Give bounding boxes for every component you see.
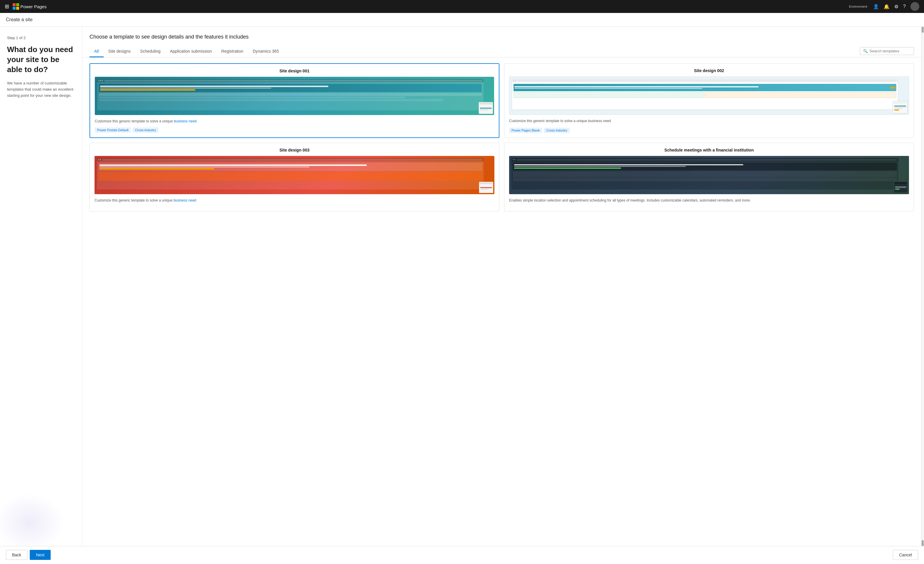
tag-cross-industry-002: Cross-Industry [544, 128, 570, 133]
page-header: Create a site [0, 13, 924, 27]
person-icon[interactable]: 👤 [873, 4, 879, 9]
template-tags-002: Power Pages Blank Cross-Industry [509, 128, 909, 133]
tab-registration[interactable]: Registration [217, 46, 248, 57]
template-preview-002 [509, 76, 909, 115]
tag-power-pages-blank: Power Pages Blank [509, 128, 542, 133]
left-sidebar: Step 1 of 2 What do you need your site t… [0, 27, 82, 546]
search-input[interactable] [870, 49, 911, 53]
template-card-schedule[interactable]: Schedule meetings with a financial insti… [504, 143, 914, 211]
sidebar-decoration [0, 493, 65, 546]
app-name: Power Pages [20, 4, 46, 9]
tab-all[interactable]: All [90, 46, 104, 57]
template-desc-schedule: Enables simple location selection and ap… [509, 198, 909, 203]
user-avatar[interactable] [910, 2, 919, 11]
bell-icon[interactable]: 🔔 [884, 4, 890, 9]
template-preview-003 [94, 156, 494, 194]
right-scrollbar[interactable] [921, 27, 924, 546]
top-navigation: ⊞ Power Pages Environment 👤 🔔 ⚙ ? [0, 0, 924, 13]
tab-scheduling[interactable]: Scheduling [135, 46, 165, 57]
tab-bar: All Site designs Scheduling Application … [82, 46, 921, 57]
template-desc-002: Customize this generic template to solve… [509, 118, 909, 124]
content-header: Choose a template to see design details … [82, 27, 921, 46]
templates-grid: Site design 001 [82, 57, 921, 546]
waffle-menu[interactable]: ⊞ [5, 3, 9, 10]
microsoft-logo: Power Pages [13, 3, 46, 10]
template-desc-001: Customize this generic template to solve… [95, 118, 494, 124]
search-icon: 🔍 [863, 49, 868, 53]
step-label: Step 1 of 2 [7, 36, 75, 40]
tag-power-portals: Power Portals Default [95, 127, 131, 133]
nav-icons: 👤 🔔 ⚙ ? [873, 2, 919, 11]
back-button[interactable]: Back [6, 550, 27, 560]
help-icon[interactable]: ? [903, 4, 906, 9]
right-content: Choose a template to see design details … [82, 27, 921, 546]
environment-selector: Environment [849, 5, 867, 8]
template-card-site-003[interactable]: Site design 003 [90, 143, 500, 211]
search-templates-container[interactable]: 🔍 [860, 47, 914, 55]
template-title-schedule: Schedule meetings with a financial insti… [509, 148, 909, 153]
template-preview-schedule [509, 156, 909, 194]
tab-site-designs[interactable]: Site designs [104, 46, 135, 57]
template-card-site-001[interactable]: Site design 001 [90, 63, 500, 138]
content-title: Choose a template to see design details … [90, 34, 914, 40]
page-title: Create a site [6, 17, 33, 22]
template-desc-003: Customize this generic template to solve… [94, 198, 494, 203]
main-layout: Step 1 of 2 What do you need your site t… [0, 27, 924, 546]
template-preview-001 [95, 77, 494, 115]
footer: Back Next Cancel [0, 546, 924, 563]
template-title-002: Site design 002 [509, 68, 909, 73]
cancel-button[interactable]: Cancel [893, 550, 918, 560]
template-tags-001: Power Portals Default Cross-Industry [95, 127, 494, 133]
scrollbar-thumb-bottom [922, 540, 924, 546]
template-title-003: Site design 003 [94, 148, 494, 153]
template-title-001: Site design 001 [95, 69, 494, 73]
tab-application-submission[interactable]: Application submission [165, 46, 216, 57]
sidebar-description: We have a number of customizable templat… [7, 80, 75, 99]
scrollbar-thumb-top [922, 27, 924, 33]
next-button[interactable]: Next [30, 550, 51, 560]
template-card-site-002[interactable]: Site design 002 [504, 63, 914, 138]
sidebar-heading: What do you need your site to be able to… [7, 45, 75, 75]
tab-dynamics365[interactable]: Dynamics 365 [248, 46, 284, 57]
tag-cross-industry-001: Cross-Industry [132, 127, 158, 133]
settings-icon[interactable]: ⚙ [894, 4, 898, 9]
